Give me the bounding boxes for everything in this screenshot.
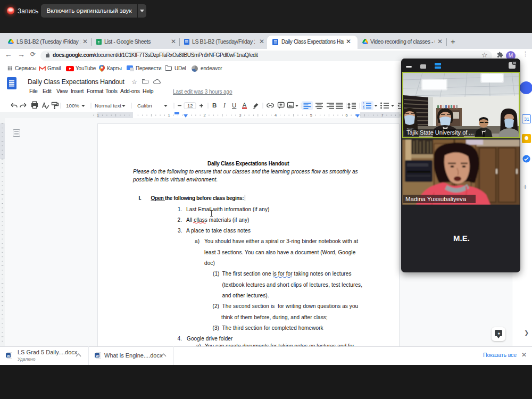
svg-text:A: A bbox=[243, 102, 246, 108]
svg-text:Tajik State University of ...: Tajik State University of ... bbox=[406, 129, 474, 136]
svg-text:Calibri: Calibri bbox=[137, 103, 152, 109]
svg-text:Normal text: Normal text bbox=[95, 103, 121, 109]
svg-text:6: 6 bbox=[346, 113, 348, 118]
svg-text:U: U bbox=[232, 102, 236, 109]
svg-text:5: 5 bbox=[310, 113, 312, 118]
svg-text:2: 2 bbox=[203, 113, 205, 118]
svg-text:Madina Yussubaliyeva: Madina Yussubaliyeva bbox=[405, 196, 467, 202]
svg-text:12: 12 bbox=[187, 103, 193, 109]
svg-text:100%: 100% bbox=[66, 103, 79, 109]
svg-text:1: 1 bbox=[168, 113, 170, 118]
svg-text:I: I bbox=[223, 102, 226, 109]
svg-text:3: 3 bbox=[363, 106, 364, 110]
svg-text:1: 1 bbox=[97, 113, 99, 118]
svg-text:7: 7 bbox=[381, 113, 383, 118]
svg-text:3: 3 bbox=[239, 113, 241, 118]
svg-text:B: B bbox=[212, 102, 217, 109]
svg-text:4: 4 bbox=[275, 113, 277, 118]
